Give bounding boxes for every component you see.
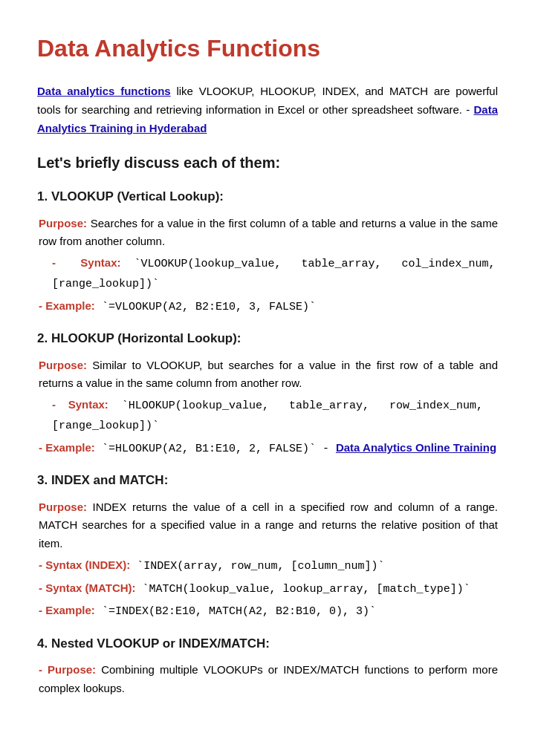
nested-vlookup-purpose-label: - Purpose: <box>39 663 96 676</box>
vlookup-example-text: `=VLOOKUP(A2, B2:E10, 3, FALSE)` <box>95 301 316 313</box>
hlookup-purpose-text: Similar to VLOOKUP, but searches for a v… <box>39 359 498 390</box>
section-index-match: 3. INDEX and MATCH: Purpose: INDEX retur… <box>37 470 498 622</box>
vlookup-purpose: Purpose: Searches for a value in the fir… <box>39 215 498 252</box>
hlookup-example-label: - Example: <box>39 441 95 454</box>
hlookup-example: - Example: `=HLOOKUP(A2, B1:E10, 2, FALS… <box>39 439 498 459</box>
index-syntax: - Syntax (INDEX): `INDEX(array, row_num,… <box>39 556 498 576</box>
vlookup-syntax-block: - Syntax: `VLOOKUP(lookup_value, table_a… <box>37 254 498 294</box>
match-syntax: - Syntax (MATCH): `MATCH(lookup_value, l… <box>39 579 498 599</box>
data-analytics-functions-link[interactable]: Data analytics functions <box>37 85 171 97</box>
subtitle-heading: Let's briefly discuss each of them: <box>37 151 498 175</box>
index-match-purpose-label: Purpose: <box>39 501 87 513</box>
index-match-example-text: `=INDEX(B2:E10, MATCH(A2, B2:B10, 0), 3)… <box>95 605 376 618</box>
vlookup-purpose-text: Searches for a value in the first column… <box>39 217 498 248</box>
vlookup-purpose-label: Purpose: <box>39 217 87 229</box>
hlookup-purpose: Purpose: Similar to VLOOKUP, but searche… <box>39 356 498 394</box>
index-match-example-label: - Example: <box>39 604 95 616</box>
section-nested-vlookup: 4. Nested VLOOKUP or INDEX/MATCH: - Purp… <box>37 633 498 698</box>
index-match-example: - Example: `=INDEX(B2:E10, MATCH(A2, B2:… <box>39 602 498 622</box>
nested-vlookup-purpose-text: Combining multiple VLOOKUPs or INDEX/MAT… <box>39 663 498 694</box>
section-vlookup: 1. VLOOKUP (Vertical Lookup): Purpose: S… <box>37 186 498 316</box>
hlookup-syntax-block: - Syntax: `HLOOKUP(lookup_value, table_a… <box>37 396 498 436</box>
nested-vlookup-purpose: - Purpose: Combining multiple VLOOKUPs o… <box>39 661 498 698</box>
vlookup-syntax-label: - Syntax: <box>52 256 121 269</box>
index-syntax-text: `INDEX(array, row_num, [column_num])` <box>130 560 384 573</box>
page-title: Data Analytics Functions <box>37 30 498 68</box>
index-match-purpose-text: INDEX returns the value of a cell in a s… <box>39 501 498 550</box>
section-hlookup: 2. HLOOKUP (Horizontal Lookup): Purpose:… <box>37 328 498 458</box>
index-match-purpose: Purpose: INDEX returns the value of a ce… <box>39 498 498 553</box>
hlookup-heading: 2. HLOOKUP (Horizontal Lookup): <box>37 328 498 348</box>
vlookup-heading: 1. VLOOKUP (Vertical Lookup): <box>37 186 498 206</box>
hlookup-syntax-text: `HLOOKUP(lookup_value, table_array, row_… <box>52 400 483 432</box>
intro-paragraph: Data analytics functions like VLOOKUP, H… <box>37 82 498 137</box>
match-syntax-label: - Syntax (MATCH): <box>39 581 136 594</box>
hlookup-syntax-label: - Syntax: <box>52 398 108 411</box>
vlookup-example-label: - Example: <box>39 299 95 312</box>
vlookup-example: - Example: `=VLOOKUP(A2, B2:E10, 3, FALS… <box>39 297 498 317</box>
data-analytics-online-training-link[interactable]: Data Analytics Online Training <box>336 441 496 454</box>
intro-link-text: Data analytics functions <box>37 85 171 97</box>
nested-vlookup-heading: 4. Nested VLOOKUP or INDEX/MATCH: <box>37 633 498 654</box>
match-syntax-text: `MATCH(lookup_value, lookup_array, [matc… <box>136 583 470 596</box>
index-syntax-label: - Syntax (INDEX): <box>39 558 130 571</box>
index-match-heading: 3. INDEX and MATCH: <box>37 470 498 490</box>
hlookup-purpose-label: Purpose: <box>39 359 87 371</box>
hlookup-example-text: `=HLOOKUP(A2, B1:E10, 2, FALSE)` - <box>95 443 336 455</box>
